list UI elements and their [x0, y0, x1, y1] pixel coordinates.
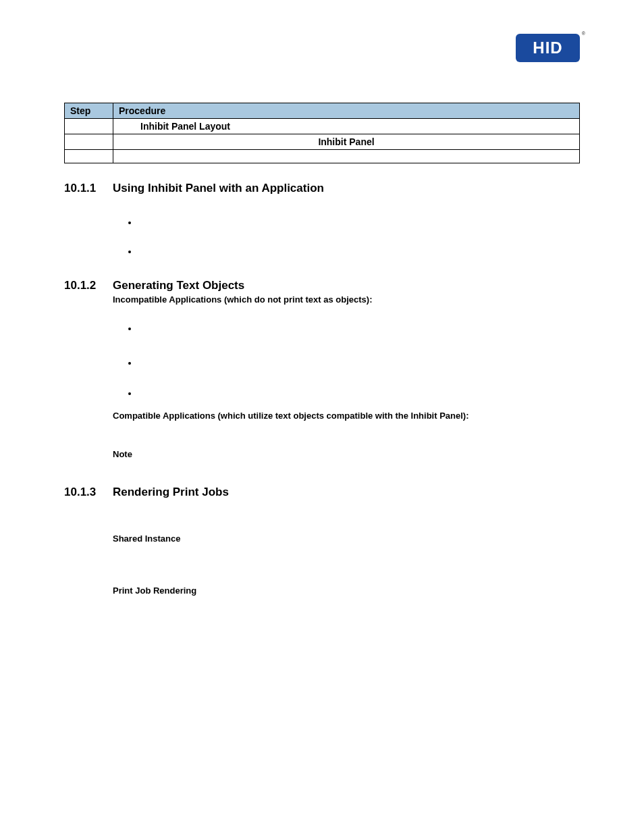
table-row: Inhibit Panel Layout	[65, 119, 580, 134]
section-body: Incompatible Applications (which do not …	[113, 294, 580, 459]
section-title: Generating Text Objects	[113, 278, 244, 293]
spacer	[113, 544, 580, 584]
section-heading: 10.1.2 Generating Text Objects	[64, 278, 580, 293]
print-job-rendering-heading: Print Job Rendering	[113, 585, 580, 596]
spacer	[113, 421, 580, 448]
list-item	[138, 358, 580, 368]
bullet-list	[113, 323, 580, 398]
td-procedure: Inhibit Panel	[113, 134, 580, 150]
list-item	[138, 217, 580, 228]
section-body: Shared Instance Print Job Rendering	[113, 500, 580, 596]
th-procedure: Procedure	[113, 103, 580, 119]
section-title: Rendering Print Jobs	[113, 485, 229, 500]
section-10-1-2: 10.1.2 Generating Text Objects Incompati…	[64, 278, 580, 459]
list-item	[138, 388, 580, 398]
section-number: 10.1.2	[64, 278, 103, 293]
td-step	[65, 134, 113, 150]
list-item	[138, 246, 580, 257]
compatible-apps-heading: Compatible Applications (which utilize t…	[113, 411, 580, 421]
bullet-list	[113, 217, 580, 257]
section-title: Using Inhibit Panel with an Application	[113, 181, 324, 196]
section-number: 10.1.3	[64, 485, 103, 500]
table-row: Inhibit Panel	[65, 134, 580, 150]
td-step	[65, 150, 113, 163]
hid-logo: HID ®	[516, 34, 580, 62]
note-label: Note	[113, 449, 580, 459]
section-heading: 10.1.3 Rendering Print Jobs	[64, 485, 580, 500]
table-header-row: Step Procedure	[65, 103, 580, 119]
td-procedure: Inhibit Panel Layout	[113, 119, 580, 134]
logo-trademark: ®	[582, 31, 585, 36]
section-body	[113, 217, 580, 257]
list-item	[138, 323, 580, 334]
section-10-1-3: 10.1.3 Rendering Print Jobs Shared Insta…	[64, 485, 580, 596]
section-number: 10.1.1	[64, 181, 103, 196]
logo-text: HID	[533, 38, 562, 57]
header-row: HID ®	[64, 34, 580, 62]
section-heading: 10.1.1 Using Inhibit Panel with an Appli…	[64, 181, 580, 196]
th-step: Step	[65, 103, 113, 119]
document-page: HID ® Step Procedure Inhibit Panel Layou…	[0, 0, 644, 636]
procedure-table: Step Procedure Inhibit Panel Layout Inhi…	[64, 103, 580, 163]
table-row	[65, 150, 580, 163]
incompatible-apps-heading: Incompatible Applications (which do not …	[113, 294, 580, 305]
td-procedure	[113, 150, 580, 163]
td-step	[65, 119, 113, 134]
shared-instance-heading: Shared Instance	[113, 533, 580, 544]
spacer	[113, 500, 580, 532]
section-10-1-1: 10.1.1 Using Inhibit Panel with an Appli…	[64, 181, 580, 257]
